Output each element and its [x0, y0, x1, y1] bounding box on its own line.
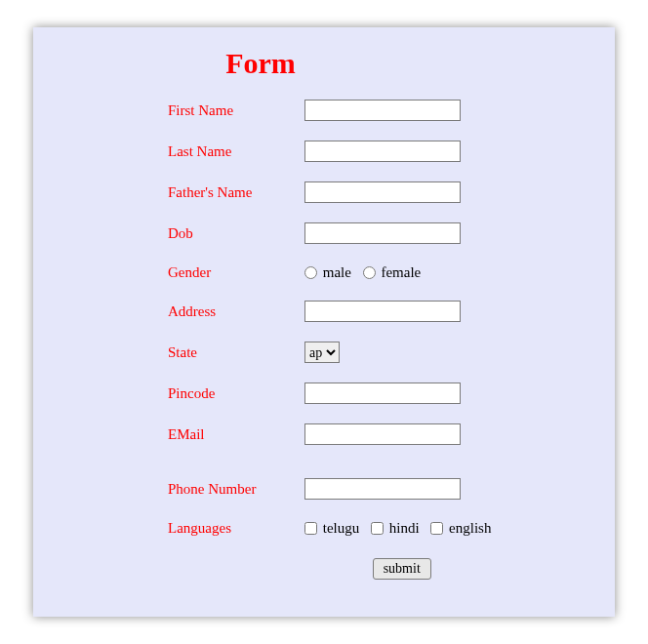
email-input[interactable] [304, 423, 461, 445]
phone-input[interactable] [304, 478, 461, 500]
row-phone: Phone Number [160, 468, 506, 509]
dob-input[interactable] [304, 222, 461, 244]
row-gender: Gender male female [160, 254, 506, 291]
row-submit: submit [160, 546, 506, 589]
pincode-input[interactable] [304, 382, 461, 404]
row-father-name: Father's Name [160, 172, 506, 213]
submit-button[interactable]: submit [373, 558, 431, 580]
gender-female-radio[interactable] [363, 266, 376, 279]
label-pincode: Pincode [160, 373, 297, 414]
cell-last-name [297, 131, 506, 172]
row-languages: Languages telugu hindi english [160, 509, 506, 546]
cell-address [297, 291, 506, 332]
cell-languages: telugu hindi english [297, 509, 506, 546]
lang-english-checkbox[interactable] [430, 522, 443, 535]
cell-dob [297, 213, 506, 254]
cell-father-name [297, 172, 506, 213]
label-state: State [160, 332, 297, 373]
spacer-row [160, 455, 506, 468]
state-select[interactable]: ap [304, 342, 340, 363]
row-email: EMail [160, 414, 506, 455]
label-email: EMail [160, 414, 297, 455]
cell-email [297, 414, 506, 455]
address-input[interactable] [304, 301, 461, 322]
lang-english-label: english [449, 520, 491, 536]
lang-telugu-checkbox[interactable] [304, 522, 317, 535]
cell-pincode [297, 373, 506, 414]
label-father-name: Father's Name [160, 172, 297, 213]
first-name-input[interactable] [304, 100, 461, 121]
label-last-name: Last Name [160, 131, 297, 172]
label-dob: Dob [160, 213, 297, 254]
cell-first-name [297, 90, 506, 131]
lang-hindi-checkbox[interactable] [371, 522, 384, 535]
cell-state: ap [297, 332, 506, 373]
row-first-name: First Name [160, 90, 506, 131]
form-table: First Name Last Name Father's Name Dob G… [160, 90, 506, 589]
gender-male-radio[interactable] [304, 266, 317, 279]
last-name-input[interactable] [304, 141, 461, 162]
row-last-name: Last Name [160, 131, 506, 172]
gender-female-label: female [381, 264, 421, 280]
form-title: Form [33, 47, 615, 80]
row-pincode: Pincode [160, 373, 506, 414]
lang-hindi-label: hindi [389, 520, 420, 536]
label-phone: Phone Number [160, 468, 297, 509]
gender-male-label: male [323, 264, 351, 280]
form-panel: Form First Name Last Name Father's Name … [33, 27, 615, 617]
row-dob: Dob [160, 213, 506, 254]
label-languages: Languages [160, 509, 297, 546]
label-gender: Gender [160, 254, 297, 291]
label-first-name: First Name [160, 90, 297, 131]
cell-phone [297, 468, 506, 509]
cell-gender: male female [297, 254, 506, 291]
label-address: Address [160, 291, 297, 332]
row-state: State ap [160, 332, 506, 373]
row-address: Address [160, 291, 506, 332]
father-name-input[interactable] [304, 181, 461, 203]
lang-telugu-label: telugu [323, 520, 360, 536]
